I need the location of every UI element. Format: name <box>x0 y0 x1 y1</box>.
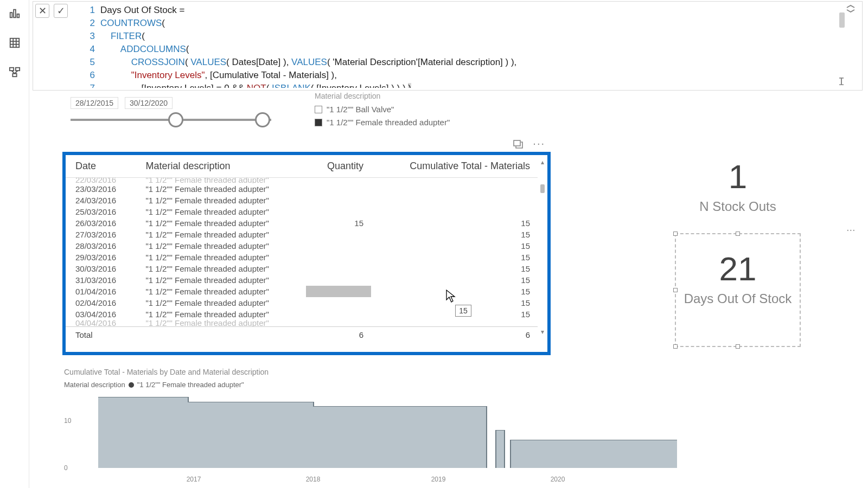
data-view-icon[interactable] <box>8 36 22 50</box>
formula-scrollbar-thumb[interactable] <box>839 12 845 28</box>
chart-step <box>188 402 313 468</box>
table-row[interactable]: 25/03/2016"1 1/2"" Female threaded adupt… <box>66 206 538 217</box>
chart-title: Cumulative Total - Materials by Date and… <box>64 368 846 376</box>
scroll-down-icon[interactable]: ▾ <box>539 328 546 336</box>
col-header-material[interactable]: Material description <box>136 155 307 178</box>
more-options-icon[interactable]: ··· <box>533 140 545 151</box>
col-header-date[interactable]: Date <box>66 155 136 178</box>
y-tick: 0 <box>64 464 68 472</box>
resize-handle[interactable] <box>673 344 678 349</box>
chart-step <box>313 406 486 468</box>
chart-plot-area: 0102017201820192020 <box>64 392 846 473</box>
card-label: Days Out Of Stock <box>684 291 792 306</box>
card-more-options-icon[interactable]: ··· <box>846 223 868 236</box>
table-row[interactable]: 31/03/2016"1 1/2"" Female threaded adupt… <box>66 274 538 286</box>
formula-editor[interactable]: 1Days Out Of Stock =2COUNTROWS(3 FILTER(… <box>84 4 835 88</box>
chart-step-edge <box>510 440 511 468</box>
y-tick: 10 <box>64 417 71 425</box>
scroll-up-icon[interactable]: ▴ <box>539 158 546 166</box>
legend-marker-icon <box>129 382 134 388</box>
x-tick: 2017 <box>187 476 201 483</box>
col-header-quantity[interactable]: Quantity <box>306 155 371 178</box>
x-tick: 2018 <box>306 476 321 483</box>
model-view-icon[interactable] <box>8 65 22 79</box>
col-header-cumulative[interactable]: Cumulative Total - Materials <box>371 155 538 178</box>
table-scrollbar: ▴ ▾ <box>539 158 546 336</box>
table-total-row: Total66 <box>66 327 538 341</box>
date-slider-handle-from[interactable] <box>168 112 183 127</box>
cell-tooltip: 15 <box>455 305 471 317</box>
table-row[interactable]: 26/03/2016"1 1/2"" Female threaded adupt… <box>66 217 538 229</box>
resize-handle[interactable] <box>736 232 740 236</box>
svg-rect-9 <box>15 68 19 71</box>
formula-commit-button[interactable]: ✓ <box>54 4 68 18</box>
table-row[interactable]: 01/04/2016"1 1/2"" Female threaded adupt… <box>66 286 538 297</box>
x-tick: 2019 <box>431 476 446 483</box>
card-stock-outs[interactable]: 1 N Stock Outs <box>684 157 792 214</box>
card-days-out-of-stock[interactable]: 21 Days Out Of Stock <box>684 249 792 306</box>
table-row[interactable]: 04/04/2016"1 1/2"" Female threaded adupt… <box>66 320 538 327</box>
formula-bar: ✕ ✓ 1Days Out Of Stock =2COUNTROWS(3 FIL… <box>33 1 863 91</box>
date-to-input[interactable]: 30/12/2020 <box>125 97 173 109</box>
chart-legend: Material description "1 1/2"" Female thr… <box>64 381 846 389</box>
chart-legend-field: Material description <box>64 381 125 389</box>
svg-rect-2 <box>17 14 19 17</box>
table-row[interactable]: 28/03/2016"1 1/2"" Female threaded adupt… <box>66 240 538 252</box>
material-slicer-item-label: "1 1/2"" Female threaded adupter" <box>327 118 450 127</box>
date-slider-handle-to[interactable] <box>255 112 270 127</box>
checkbox-checked-icon[interactable] <box>315 119 322 126</box>
chart-step-edge <box>313 402 314 407</box>
table-row[interactable]: 24/03/2016"1 1/2"" Female threaded adupt… <box>66 195 538 206</box>
chart-step-edge <box>495 430 496 468</box>
chart-step <box>495 430 505 468</box>
resize-handle[interactable] <box>673 288 678 292</box>
slicer-row: 28/12/2015 30/12/2020 Material descripti… <box>65 95 857 130</box>
date-from-input[interactable]: 28/12/2015 <box>71 97 118 109</box>
table-row[interactable]: 22/03/2016"1 1/2"" Female threaded adupt… <box>66 178 538 184</box>
scroll-thumb[interactable] <box>540 184 545 193</box>
chart-step <box>510 440 677 468</box>
formula-expand-button[interactable] <box>846 5 857 15</box>
chart-step-edge <box>486 406 487 468</box>
table-visual-action-bar: ··· <box>62 140 551 151</box>
table-row[interactable]: 29/03/2016"1 1/2"" Female threaded adupt… <box>66 252 538 263</box>
card-label: N Stock Outs <box>684 199 792 214</box>
x-tick: 2020 <box>551 476 565 483</box>
chart-step <box>98 397 188 468</box>
table-row[interactable]: 30/03/2016"1 1/2"" Female threaded adupt… <box>66 263 538 274</box>
checkbox-unchecked-icon[interactable] <box>315 106 322 113</box>
svg-rect-1 <box>14 10 16 18</box>
table-row[interactable]: 27/03/2016"1 1/2"" Female threaded adupt… <box>66 229 538 240</box>
svg-rect-0 <box>10 12 12 17</box>
text-cursor-icon: I <box>838 75 845 88</box>
date-slider-track[interactable] <box>71 119 271 121</box>
material-slicer-item-1[interactable]: "1 1/2"" Ball Valve" <box>315 105 394 114</box>
resize-handle[interactable] <box>673 232 678 236</box>
left-view-rail <box>0 0 29 488</box>
material-slicer-item-2[interactable]: "1 1/2"" Female threaded adupter" <box>315 118 450 127</box>
material-slicer-item-label: "1 1/2"" Ball Valve" <box>327 105 394 114</box>
formula-cancel-button[interactable]: ✕ <box>35 4 49 18</box>
chart-legend-series: "1 1/2"" Female threaded adupter" <box>137 381 244 389</box>
svg-rect-10 <box>12 74 16 77</box>
svg-rect-3 <box>10 38 19 48</box>
card-value: 1 <box>684 157 792 196</box>
material-slicer-title: Material description <box>315 92 380 100</box>
focus-mode-icon[interactable] <box>513 140 523 151</box>
chart-step-edge <box>188 397 189 402</box>
card-value: 21 <box>684 249 792 288</box>
svg-rect-13 <box>514 140 520 146</box>
area-chart-visual[interactable]: Cumulative Total - Materials by Date and… <box>64 368 846 481</box>
svg-rect-8 <box>9 68 13 71</box>
report-view-icon[interactable] <box>8 7 22 21</box>
data-table-visual[interactable]: Date Material description Quantity Cumul… <box>62 152 551 355</box>
resize-handle[interactable] <box>736 344 740 349</box>
chart-step-edge <box>504 430 505 468</box>
table-row[interactable]: 23/03/2016"1 1/2"" Female threaded adupt… <box>66 183 538 195</box>
